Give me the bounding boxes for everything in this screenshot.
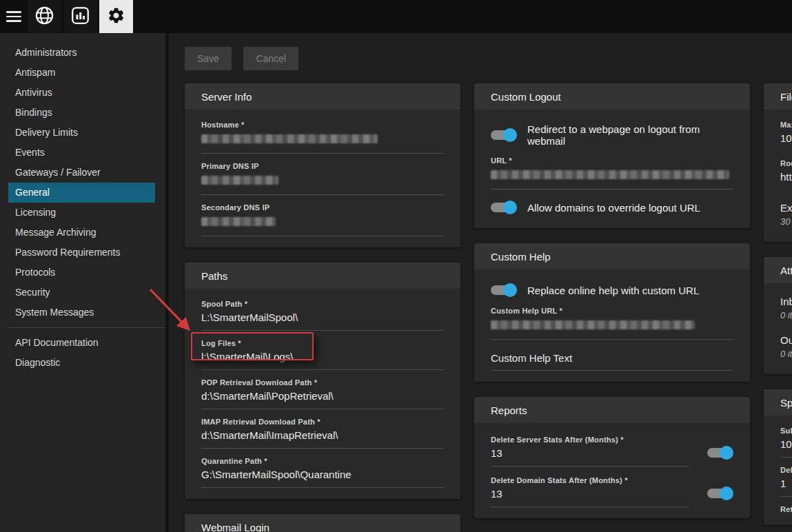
paths-card: Paths Spool Path * L:\SmarterMailSpool\ …: [185, 263, 460, 499]
sidebar-item-antivirus[interactable]: Antivirus: [8, 83, 155, 103]
toggle-label: Replace online help with custom URL: [527, 285, 699, 296]
logout-url-field: URL *: [491, 154, 733, 190]
sidebar-item-system-messages[interactable]: System Messages: [8, 303, 155, 323]
inbound-entry[interactable]: Inbo 0 ite: [780, 286, 792, 325]
sidebar-item-delivery-limits[interactable]: Delivery Limits: [8, 123, 155, 143]
quarantine-path-input[interactable]: G:\SmarterMailSpool\Quarantine: [201, 466, 444, 488]
sidebar-item-password-requirements[interactable]: Password Requirements: [8, 243, 155, 263]
max-file-field: Max F 102: [780, 112, 792, 151]
field-label: Root W: [780, 159, 792, 168]
card-title-webmail-login: Webmail Login: [185, 514, 460, 532]
sidebar-divider: [7, 327, 165, 328]
save-button[interactable]: Save: [185, 47, 232, 70]
sidebar-item-gateways-failover[interactable]: Gateways / Failover: [8, 163, 155, 183]
toggle-redirect-logout[interactable]: [491, 128, 517, 142]
toggle-delete-server-stats[interactable]: [707, 446, 733, 460]
sidebar-item-licensing[interactable]: Licensing: [8, 203, 155, 223]
settings-content: Save Cancel Server Info Hostname * Prima…: [172, 33, 792, 532]
root-url-input[interactable]: http: [780, 168, 792, 190]
toggle-delete-domain-stats[interactable]: [707, 487, 733, 500]
pop-retrieval-path-input[interactable]: d:\SmarterMail\PopRetrieval\: [201, 387, 444, 409]
field-label: Subsp: [780, 427, 792, 436]
sidebar-item-diagnostic[interactable]: Diagnostic: [8, 353, 155, 373]
toggle-override-logout-url[interactable]: [491, 201, 517, 214]
field-label: Delive: [780, 466, 792, 475]
tab-webmail[interactable]: [28, 0, 61, 33]
secondary-dns-input[interactable]: [201, 212, 444, 236]
replace-help-row: Replace online help with custom URL: [491, 272, 733, 304]
pop-retrieval-path-field: POP Retrieval Download Path * d:\Smarter…: [201, 370, 444, 409]
sidebar-item-administrators[interactable]: Administrators: [8, 43, 155, 63]
delete-server-stats-row: Delete Server Stats After (Months) * 13: [491, 426, 733, 467]
override-logout-row: Allow domains to override logout URL: [491, 190, 733, 217]
imap-retrieval-path-field: IMAP Retrieval Download Path * d:\Smarte…: [201, 409, 444, 449]
bar-chart-icon: [71, 6, 90, 28]
external-links-label[interactable]: Exter: [780, 190, 792, 215]
field-label: Max F: [780, 121, 792, 130]
redacted-value: [491, 170, 729, 179]
tab-settings[interactable]: [99, 0, 133, 33]
log-files-input[interactable]: l:\SmarterMail\Logs\: [201, 348, 444, 370]
custom-logout-card: Custom Logout Redirect to a webpage on l…: [474, 83, 750, 228]
external-links-count: 30 it: [780, 215, 792, 231]
logout-url-input[interactable]: [491, 165, 733, 190]
redirect-logout-row: Redirect to a webpage on logout from web…: [491, 112, 733, 154]
redacted-value: [201, 217, 276, 226]
toggle-label: Redirect to a webpage on logout from web…: [527, 123, 733, 147]
field-label: Retr: [780, 505, 792, 514]
retry-field: Retr: [780, 497, 792, 514]
sidebar-item-general[interactable]: General: [8, 183, 155, 203]
sidebar-item-protocols[interactable]: Protocols: [8, 263, 155, 283]
primary-dns-input[interactable]: [201, 171, 444, 195]
cancel-button[interactable]: Cancel: [243, 47, 298, 70]
imap-retrieval-path-input[interactable]: d:\SmarterMail\ImapRetrieval\: [201, 427, 444, 449]
outbound-entry[interactable]: Outb 0 ite: [780, 325, 792, 363]
delivery-input[interactable]: 1: [780, 475, 792, 497]
card-title-reports: Reports: [474, 397, 750, 423]
delete-domain-stats-input[interactable]: 13: [491, 485, 689, 507]
sidebar-item-api-documentation[interactable]: API Documentation: [8, 333, 155, 353]
field-label: Hostname *: [201, 121, 444, 130]
top-tabs: [28, 0, 133, 33]
tab-reports[interactable]: [63, 0, 97, 33]
top-bar: [0, 0, 792, 33]
delete-server-stats-input[interactable]: 13: [491, 444, 689, 467]
toggle-replace-online-help[interactable]: [491, 283, 517, 297]
hamburger-menu-icon[interactable]: [0, 0, 28, 33]
spool-card: Spoo Subsp 10 Delive 1 Retr: [764, 389, 792, 525]
field-label: Secondary DNS IP: [201, 203, 444, 212]
card-title-custom-help: Custom Help: [474, 243, 750, 269]
action-buttons: Save Cancel: [185, 47, 307, 70]
custom-help-card: Custom Help Replace online help with cus…: [474, 243, 750, 382]
settings-sidebar: Administrators Antispam Antivirus Bindin…: [0, 33, 169, 532]
sidebar-item-message-archiving[interactable]: Message Archiving: [8, 223, 155, 243]
spool-path-input[interactable]: L:\SmarterMailSpool\: [201, 309, 444, 331]
field-label: Custom Help URL *: [491, 307, 733, 316]
field-label: Spool Path *: [201, 300, 444, 309]
subspools-field: Subsp 10: [780, 418, 792, 458]
field-label: Primary DNS IP: [201, 162, 444, 171]
sidebar-item-security[interactable]: Security: [8, 283, 155, 303]
primary-dns-field: Primary DNS IP: [201, 154, 444, 195]
quarantine-path-field: Quarantine Path * G:\SmarterMailSpool\Qu…: [201, 449, 444, 488]
max-file-input[interactable]: 102: [780, 130, 792, 151]
custom-help-text-field[interactable]: Custom Help Text: [491, 340, 733, 371]
field-label: Log Files *: [201, 339, 444, 348]
sidebar-item-bindings[interactable]: Bindings: [8, 103, 155, 123]
webmail-login-card: Webmail Login: [185, 514, 460, 532]
field-label: Quarantine Path *: [201, 457, 444, 466]
delete-domain-stats-row: Delete Domain Stats After (Months) * 13: [491, 467, 733, 507]
attachments-card: Attac Inbo 0 ite Outb 0 ite: [764, 257, 792, 374]
subspools-input[interactable]: 10: [780, 436, 792, 458]
toggle-label: Allow domains to override logout URL: [527, 202, 700, 214]
gear-icon: [107, 6, 125, 28]
sidebar-item-events[interactable]: Events: [8, 143, 155, 163]
sidebar-item-antispam[interactable]: Antispam: [8, 63, 155, 83]
hostname-input[interactable]: [201, 130, 444, 154]
redacted-value: [201, 176, 278, 185]
inbound-label: Inbo: [780, 296, 792, 309]
hostname-field: Hostname *: [201, 112, 444, 154]
custom-help-url-field: Custom Help URL *: [491, 304, 733, 340]
card-title-custom-logout: Custom Logout: [474, 83, 750, 110]
custom-help-url-input[interactable]: [491, 316, 733, 340]
